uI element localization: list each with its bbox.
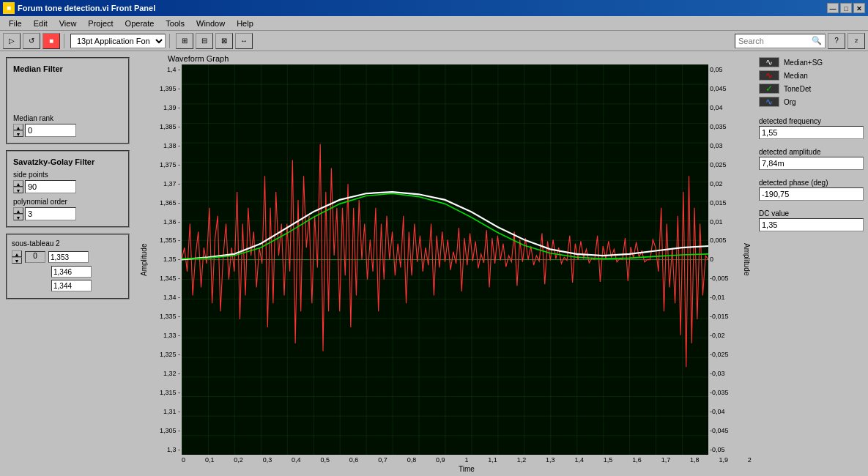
toolbar-separator-1: [64, 34, 67, 48]
menu-tools[interactable]: Tools: [160, 18, 190, 29]
array-row-0[interactable]: 1,353: [48, 251, 89, 263]
y-tick-right: 0,045: [710, 85, 727, 92]
x-tick: 1,1: [488, 456, 497, 464]
search-input[interactable]: [738, 37, 812, 45]
graph-title: Waveform Graph: [168, 54, 752, 63]
x-tick: 0,9: [436, 456, 445, 464]
x-tick: 0,8: [407, 456, 417, 464]
x-tick: 0,1: [205, 456, 215, 464]
legend-label-median-sg: Median+SG: [784, 59, 823, 67]
y-tick-right: -0,045: [710, 427, 729, 434]
detected-phase-value: -190,75: [759, 187, 864, 201]
array-row-1[interactable]: 1,346: [51, 266, 92, 278]
array-index-value[interactable]: 0: [25, 251, 45, 263]
median-rank-ctrl: ▲ ▼ 0: [13, 124, 122, 137]
y-tick-left: 1,335 -: [160, 313, 180, 320]
y-tick-right: 0,01: [710, 218, 723, 226]
polynomial-order-label: polynomial order: [13, 198, 122, 206]
menu-view[interactable]: View: [53, 18, 83, 29]
legend-color-median: ∿: [759, 70, 779, 81]
polynomial-order-ctrl: ▲ ▼ 3: [13, 207, 122, 220]
side-points-input[interactable]: 90: [25, 180, 76, 193]
help-button[interactable]: ?: [828, 33, 845, 49]
y-tick-right: -0,025: [710, 351, 729, 358]
y-tick-right: -0,05: [710, 446, 725, 453]
polynomial-order-input[interactable]: 3: [25, 207, 76, 220]
y-tick-left: 1,35 -: [163, 256, 180, 263]
median-rank-label: Median rank: [13, 114, 122, 122]
run-continuous-button[interactable]: ↺: [23, 33, 40, 49]
sous-tableau-box: sous-tableau 2 ▲ ▼ 0 1,353 1,346 1,344: [6, 234, 130, 300]
search-box: 🔍: [735, 34, 826, 48]
y-tick-right: 0,05: [710, 66, 723, 73]
median-rank-spinner[interactable]: ▲ ▼: [13, 124, 23, 137]
context-help-button[interactable]: 2: [847, 33, 865, 49]
y-tick-left: 1,4 -: [167, 66, 180, 73]
y-tick-left: 1,315 -: [160, 389, 180, 396]
array-index-up[interactable]: ▲: [12, 250, 22, 257]
y-tick-left: 1,39 -: [163, 104, 180, 111]
reorder-button[interactable]: ↔: [235, 33, 253, 49]
y-tick-left: 1,37 -: [163, 180, 180, 187]
polynomial-order-down[interactable]: ▼: [13, 214, 23, 220]
median-rank-input[interactable]: 0: [25, 124, 76, 137]
side-points-label: side points: [13, 171, 122, 179]
legend-org: ∿ Org: [759, 97, 864, 107]
y-tick-right: 0,04: [710, 104, 723, 111]
polynomial-order-up[interactable]: ▲: [13, 207, 23, 214]
maximize-button[interactable]: □: [840, 3, 852, 13]
side-points-spinner[interactable]: ▲ ▼: [13, 180, 23, 193]
menu-file[interactable]: File: [3, 18, 28, 29]
array-index-down[interactable]: ▼: [12, 257, 22, 264]
savatzky-golay-title: Savatzky-Golay Filter: [13, 157, 122, 166]
array-row-2-container: 1,344: [12, 280, 124, 291]
legend-median-sg: ∿ Median+SG: [759, 57, 864, 67]
y-tick-left: 1,395 -: [160, 85, 180, 92]
menu-window[interactable]: Window: [190, 18, 231, 29]
menu-operate[interactable]: Operate: [119, 18, 160, 29]
array-row-2[interactable]: 1,344: [51, 280, 92, 291]
menu-project[interactable]: Project: [82, 18, 119, 29]
run-arrow-button[interactable]: ▷: [3, 33, 21, 49]
waveform-graph[interactable]: [182, 64, 708, 455]
y-tick-right: 0: [710, 256, 713, 263]
y-tick-left: 1,3 -: [167, 446, 180, 453]
array-index-row: ▲ ▼ 0 1,353: [12, 250, 124, 264]
y-axis-left-label: Amplitude: [138, 64, 149, 455]
stop-button[interactable]: ■: [42, 33, 60, 49]
y-tick-right: -0,04: [710, 408, 725, 415]
side-points-down[interactable]: ▼: [13, 187, 23, 193]
close-button[interactable]: ✕: [853, 3, 865, 13]
font-select[interactable]: 13pt Application Font: [70, 34, 166, 48]
align-button[interactable]: ⊞: [176, 33, 193, 49]
legend-color-median-sg: ∿: [759, 57, 779, 67]
y-tick-left: 1,305 -: [160, 427, 180, 434]
minimize-button[interactable]: —: [827, 3, 839, 13]
app-icon: ■: [3, 2, 15, 14]
y-tick-left: 1,385 -: [160, 123, 180, 130]
side-points-up[interactable]: ▲: [13, 180, 23, 187]
menu-edit[interactable]: Edit: [28, 18, 53, 29]
median-rank-up[interactable]: ▲: [13, 124, 23, 130]
y-tick-left: 1,36 -: [163, 218, 180, 226]
dc-value-section: DC value 1,35: [759, 209, 864, 236]
y-tick-left: 1,365 -: [160, 199, 180, 207]
menu-help[interactable]: Help: [231, 18, 259, 29]
array-index-spinner[interactable]: ▲ ▼: [12, 250, 22, 264]
y-tick-right: -0,02: [710, 332, 725, 339]
legend-median: ∿ Median: [759, 70, 864, 81]
window-title: Forum tone detection.vi Front Panel: [18, 4, 155, 12]
distribute-button[interactable]: ⊟: [196, 33, 213, 49]
resize-button[interactable]: ⊠: [215, 33, 233, 49]
legend-label-median: Median: [784, 72, 808, 80]
detected-frequency-section: detected frequency 1,55: [759, 117, 864, 144]
y-tick-right: 0,02: [710, 180, 723, 187]
legend-color-org: ∿: [759, 97, 779, 107]
polynomial-order-spinner[interactable]: ▲ ▼: [13, 207, 23, 220]
detected-frequency-value: 1,55: [759, 126, 864, 139]
y-tick-left: 1,34 -: [163, 294, 180, 301]
waveform-svg: [182, 64, 708, 455]
x-tick: 1,6: [632, 456, 642, 464]
median-rank-down[interactable]: ▼: [13, 130, 23, 137]
y-axis-left-ticks: 1,4 -1,395 -1,39 -1,385 -1,38 -1,375 -1,…: [149, 64, 182, 455]
